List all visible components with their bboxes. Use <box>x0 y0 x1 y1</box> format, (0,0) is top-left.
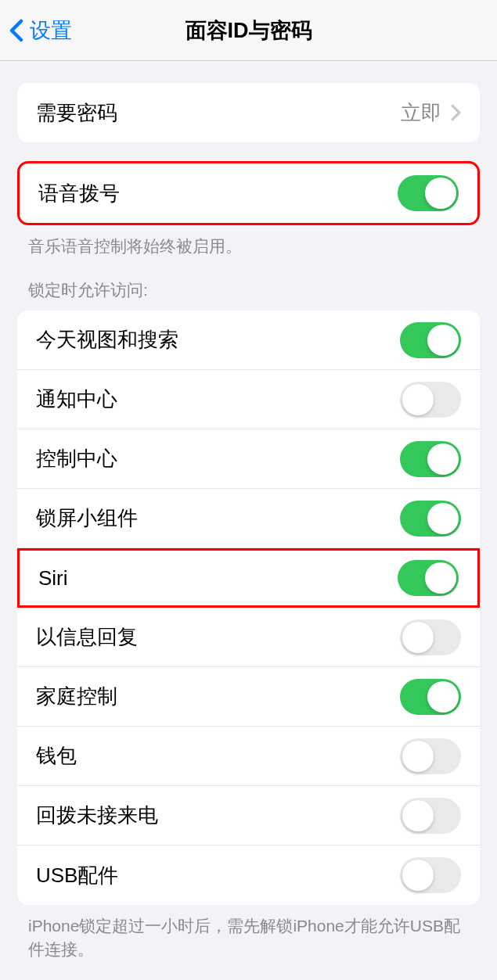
lock-item-row: USB配件 <box>17 845 480 905</box>
lock-item-toggle[interactable] <box>400 441 461 477</box>
lock-item-row: 今天视图和搜索 <box>17 311 480 370</box>
voice-dial-label: 语音拨号 <box>38 180 120 207</box>
back-button[interactable]: 设置 <box>9 16 72 45</box>
require-passcode-value-text: 立即 <box>401 99 441 127</box>
lock-item-toggle[interactable] <box>398 560 459 596</box>
lock-item-label: USB配件 <box>36 862 118 889</box>
switch-knob <box>427 503 459 534</box>
lock-item-row: 钱包 <box>17 727 480 786</box>
lock-item-label: 控制中心 <box>36 445 117 472</box>
lock-item-toggle[interactable] <box>400 382 461 418</box>
lock-item-row: 通知中心 <box>17 370 480 429</box>
require-passcode-value: 立即 <box>401 99 461 127</box>
require-passcode-row[interactable]: 需要密码 立即 <box>17 83 480 142</box>
lock-item-toggle[interactable] <box>400 501 461 537</box>
lock-item-row: 锁屏小组件 <box>17 489 480 548</box>
voice-dial-footer: 音乐语音控制将始终被启用。 <box>0 225 497 257</box>
lock-section-group: 今天视图和搜索通知中心控制中心锁屏小组件Siri以信息回复家庭控制钱包回拨未接来… <box>17 311 480 905</box>
chevron-right-icon <box>451 104 461 121</box>
switch-knob <box>427 325 459 356</box>
lock-item-row: 以信息回复 <box>17 608 480 667</box>
lock-item-row: Siri <box>17 548 480 608</box>
lock-item-toggle[interactable] <box>400 619 461 655</box>
lock-item-row: 家庭控制 <box>17 667 480 727</box>
header-bar: 设置 面容ID与密码 <box>0 0 497 61</box>
back-label: 设置 <box>30 16 72 45</box>
lock-item-label: 锁屏小组件 <box>36 504 138 532</box>
lock-item-row: 回拨未接来电 <box>17 786 480 845</box>
lock-section-footer: iPhone锁定超过一小时后，需先解锁iPhone才能允许USB配件连接。 <box>0 905 497 960</box>
voice-dial-toggle[interactable] <box>398 175 459 211</box>
lock-item-label: 钱包 <box>36 742 77 770</box>
lock-item-label: 家庭控制 <box>36 683 117 710</box>
switch-knob <box>425 178 456 209</box>
switch-knob <box>402 860 434 891</box>
voice-dial-group: 语音拨号 <box>17 161 480 225</box>
switch-knob <box>402 800 434 831</box>
lock-item-toggle[interactable] <box>400 857 461 893</box>
page-title: 面容ID与密码 <box>185 16 312 45</box>
lock-item-toggle[interactable] <box>400 679 461 715</box>
switch-knob <box>427 443 459 475</box>
lock-item-label: 回拨未接来电 <box>36 802 158 829</box>
require-passcode-label: 需要密码 <box>36 99 117 127</box>
switch-knob <box>425 562 456 594</box>
lock-item-toggle[interactable] <box>400 798 461 834</box>
lock-item-toggle[interactable] <box>400 738 461 774</box>
switch-knob <box>402 384 434 415</box>
lock-item-label: Siri <box>38 566 68 591</box>
require-passcode-group: 需要密码 立即 <box>17 83 480 142</box>
lock-item-label: 通知中心 <box>36 386 117 413</box>
lock-section-header: 锁定时允许访问: <box>0 257 497 307</box>
switch-knob <box>402 622 434 653</box>
lock-item-row: 控制中心 <box>17 429 480 489</box>
switch-knob <box>427 681 459 713</box>
switch-knob <box>402 741 434 772</box>
voice-dial-row: 语音拨号 <box>20 163 477 223</box>
chevron-left-icon <box>9 19 23 42</box>
lock-item-toggle[interactable] <box>400 322 461 358</box>
lock-item-label: 以信息回复 <box>36 623 138 651</box>
lock-item-label: 今天视图和搜索 <box>36 326 178 354</box>
